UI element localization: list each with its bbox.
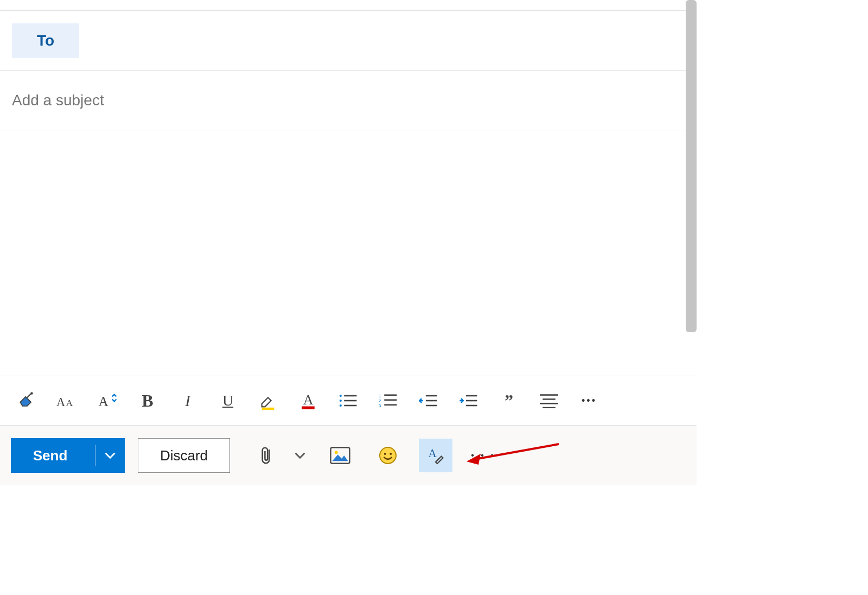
svg-rect-24 [426,405,437,407]
svg-rect-30 [540,403,558,404]
send-options-chevron-icon[interactable] [95,452,125,459]
svg-point-35 [380,447,396,464]
font-color-icon[interactable]: A [297,390,319,412]
svg-point-34 [335,451,338,454]
message-body-input[interactable] [0,130,697,376]
svg-point-2 [30,392,33,395]
svg-rect-21 [384,404,397,406]
svg-text:A: A [303,392,314,408]
top-separator [0,0,697,11]
svg-rect-13 [344,400,356,402]
svg-rect-31 [542,407,556,408]
more-format-icon[interactable]: ••• [578,390,600,412]
discard-button[interactable]: Discard [138,438,230,473]
quote-icon[interactable]: ” [498,390,520,412]
svg-rect-17 [384,394,397,396]
send-button[interactable]: Send [11,438,125,473]
svg-rect-11 [344,395,356,397]
subject-input[interactable] [12,92,697,109]
svg-text:A: A [429,447,437,460]
to-button[interactable]: To [12,23,79,58]
svg-text:2: 2 [379,398,381,403]
svg-point-36 [384,453,386,455]
svg-point-10 [340,395,342,397]
send-label: Send [11,447,95,464]
svg-rect-22 [426,395,437,397]
svg-rect-26 [466,400,477,402]
format-painter-icon[interactable] [16,390,38,412]
svg-marker-33 [332,455,348,461]
svg-point-12 [340,400,342,402]
svg-text:3: 3 [379,403,381,408]
italic-icon[interactable]: I [177,390,199,412]
svg-rect-25 [466,395,477,397]
format-toolbar: AA A B I U A [0,376,697,426]
svg-rect-15 [344,405,356,407]
bullet-list-icon[interactable] [337,390,359,412]
font-icon[interactable]: AA [56,390,78,412]
to-row: To [0,11,697,71]
svg-rect-32 [331,447,350,463]
bold-icon[interactable]: B [137,390,158,412]
increase-indent-icon[interactable] [458,390,480,412]
highlight-icon[interactable] [257,390,279,412]
svg-rect-19 [384,399,397,401]
action-icons: A • • • [255,439,500,472]
align-icon[interactable] [538,390,560,412]
svg-text:A: A [99,394,109,409]
svg-rect-23 [426,400,437,402]
svg-rect-29 [542,398,556,400]
more-actions-icon[interactable]: • • • [467,439,500,472]
svg-rect-28 [540,394,558,396]
attach-dropdown-icon[interactable] [291,439,309,472]
svg-text:A: A [66,397,73,408]
insert-picture-icon[interactable] [323,439,357,472]
svg-marker-0 [20,397,31,406]
svg-marker-6 [262,397,271,407]
font-size-icon[interactable]: A [97,390,118,412]
svg-point-37 [390,453,392,455]
svg-rect-7 [262,408,275,410]
attach-icon[interactable] [255,439,277,472]
svg-point-14 [340,404,342,407]
action-bar: Send Discard [0,426,697,485]
underline-icon[interactable]: U [217,390,239,412]
svg-rect-27 [466,405,477,407]
svg-text:A: A [56,395,66,409]
emoji-icon[interactable] [371,439,405,472]
number-list-icon[interactable]: 1 2 3 [378,390,399,412]
svg-rect-9 [302,406,315,409]
scrollbar[interactable] [686,0,697,332]
svg-text:1: 1 [379,394,381,398]
signature-icon[interactable]: A [419,439,452,472]
decrease-indent-icon[interactable] [418,390,439,412]
svg-line-1 [27,394,31,398]
subject-row [0,71,697,130]
